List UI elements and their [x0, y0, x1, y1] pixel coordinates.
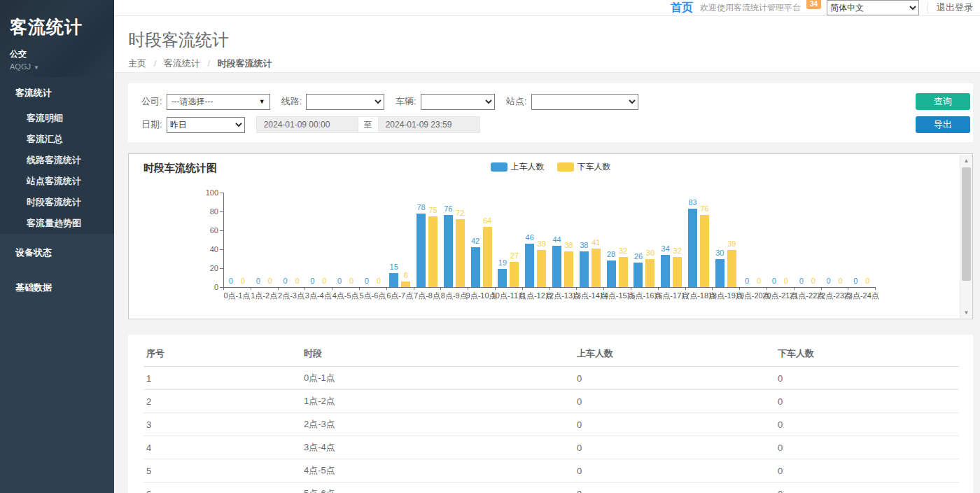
- sidebar-item-period-stats[interactable]: 时段客流统计: [0, 192, 114, 213]
- cell-alighting: 0: [775, 436, 959, 459]
- y-tick-label: 20: [199, 264, 218, 272]
- bar-value-boarding: 19: [492, 258, 513, 267]
- topbar: 首页 欢迎使用客流统计管理平台 34 简体中文 退出登录: [114, 0, 980, 16]
- line-label: 线路:: [281, 95, 302, 108]
- x-tick: [739, 287, 740, 290]
- bar-boarding: [688, 209, 697, 287]
- date-start-input[interactable]: [256, 116, 358, 133]
- breadcrumb-home[interactable]: 主页: [128, 58, 146, 69]
- cell-period: 4点-5点: [301, 459, 574, 482]
- sidebar-header: 客流统计 公交 AQGJ▼: [0, 0, 114, 77]
- x-tick: [576, 287, 577, 290]
- header-index: 序号: [144, 342, 301, 367]
- bar-alighting: [428, 216, 438, 287]
- x-tick: [631, 287, 631, 290]
- table-row: 6 5点-6点 0 0: [144, 482, 959, 493]
- chart-scrollbar[interactable]: ▲ ▼: [960, 155, 972, 318]
- notification-badge[interactable]: 34: [806, 0, 821, 9]
- y-tick: [220, 249, 223, 250]
- x-tick: [794, 287, 794, 290]
- bar-alighting: [564, 251, 573, 287]
- home-link[interactable]: 首页: [671, 1, 693, 15]
- x-tick: [712, 287, 713, 290]
- sidebar-item-line-stats[interactable]: 线路客流统计: [0, 150, 114, 171]
- cell-period: 2点-3点: [301, 413, 574, 436]
- breadcrumb-passenger-stats[interactable]: 客流统计: [164, 58, 200, 69]
- sidebar-item-station-stats[interactable]: 站点客流统计: [0, 171, 114, 192]
- sidebar-item-base-data[interactable]: 基础数据: [0, 272, 114, 304]
- company-select-value: ---请选择---: [172, 96, 214, 108]
- bar-value-alighting: 6: [396, 271, 416, 279]
- bar-value-alighting: 32: [667, 246, 688, 255]
- logout-link[interactable]: 退出登录: [927, 1, 973, 14]
- x-tick: [658, 287, 659, 290]
- sidebar-submenu: 客流明细 客流汇总 线路客流统计 站点客流统计 时段客流统计 客流量趋势图: [0, 108, 114, 234]
- sidebar-item-passenger-stats[interactable]: 客流统计: [0, 77, 114, 108]
- export-button[interactable]: 导出: [916, 116, 970, 133]
- bar-alighting: [456, 219, 465, 287]
- x-tick: [468, 287, 468, 290]
- bar-alighting: [592, 249, 601, 287]
- y-tick: [220, 268, 223, 269]
- cell-period: 5点-6点: [301, 482, 574, 493]
- cell-period: 3点-4点: [301, 436, 574, 459]
- cell-index: 1: [144, 367, 301, 390]
- filter-row-2: 日期: 昨日 至: [141, 116, 973, 133]
- bar-boarding: [661, 255, 670, 287]
- x-tick: [414, 287, 414, 290]
- table-panel: 序号 时段 上车人数 下车人数 1 0点-1点 0 0: [128, 335, 973, 493]
- cell-alighting: 0: [775, 367, 959, 390]
- bar-alighting: [700, 215, 709, 287]
- scrollbar-thumb[interactable]: [962, 167, 971, 281]
- bar-value-alighting: 41: [585, 238, 606, 246]
- bar-alighting: [645, 259, 654, 288]
- caret-down-icon: ▼: [34, 64, 39, 71]
- y-tick-label: 100: [199, 188, 218, 197]
- vehicle-label: 车辆:: [396, 95, 416, 108]
- scroll-down-icon[interactable]: ▼: [960, 307, 972, 318]
- date-end-input[interactable]: [378, 116, 480, 133]
- user-dropdown[interactable]: AQGJ▼: [10, 62, 104, 71]
- cell-boarding: 0: [574, 459, 775, 482]
- cell-boarding: 0: [574, 482, 775, 493]
- bar-value-alighting: 0: [368, 277, 389, 285]
- x-tick: [875, 287, 876, 290]
- bar-alighting: [483, 227, 492, 287]
- cell-alighting: 0: [775, 482, 959, 493]
- bar-value-alighting: 76: [694, 204, 715, 213]
- company-select[interactable]: ---请选择--- ▼: [167, 94, 270, 110]
- line-select[interactable]: [306, 94, 384, 110]
- cell-index: 4: [144, 436, 301, 459]
- sidebar-menu: 客流统计 客流明细 客流汇总 线路客流统计 站点客流统计 时段客流统计 客流量趋…: [0, 77, 114, 304]
- sidebar-item-device-status[interactable]: 设备状态: [0, 237, 114, 269]
- x-tick: [223, 287, 224, 290]
- cell-boarding: 0: [574, 413, 775, 436]
- sidebar-item-passenger-summary[interactable]: 客流汇总: [0, 129, 114, 150]
- cell-index: 2: [144, 390, 301, 413]
- cell-period: 0点-1点: [301, 367, 574, 390]
- cell-boarding: 0: [574, 367, 775, 390]
- station-select[interactable]: [531, 94, 638, 110]
- language-select[interactable]: 简体中文: [827, 0, 919, 15]
- app-root: 客流统计 公交 AQGJ▼ 客流统计 客流明细 客流汇总 线路客流统计 站点客流…: [0, 0, 980, 493]
- main-area: 首页 欢迎使用客流统计管理平台 34 简体中文 退出登录 时段客流统计 主页 /…: [114, 0, 980, 493]
- date-preset-select[interactable]: 昨日: [167, 117, 245, 133]
- bar-value-alighting: 39: [721, 239, 742, 248]
- company-label: 公司:: [141, 95, 162, 108]
- sidebar-item-trend-chart[interactable]: 客流量趋势图: [0, 213, 114, 234]
- x-tick: [386, 287, 387, 290]
- query-button[interactable]: 查询: [916, 93, 970, 110]
- bar-value-alighting: 64: [477, 216, 498, 225]
- bar-chart: 020406080100000点-1点001点-2点002点-3点003点-4点…: [129, 154, 885, 319]
- vehicle-select[interactable]: [421, 94, 495, 110]
- y-tick: [220, 230, 223, 231]
- breadcrumb-current: 时段客流统计: [218, 58, 272, 69]
- x-tick: [304, 287, 305, 290]
- cell-alighting: 0: [775, 413, 959, 436]
- header-boarding: 上车人数: [574, 342, 775, 367]
- cell-boarding: 0: [574, 390, 775, 413]
- scroll-up-icon[interactable]: ▲: [960, 155, 972, 166]
- sidebar-item-passenger-detail[interactable]: 客流明细: [0, 108, 114, 129]
- cell-boarding: 0: [574, 436, 775, 459]
- y-tick-label: 60: [199, 226, 218, 235]
